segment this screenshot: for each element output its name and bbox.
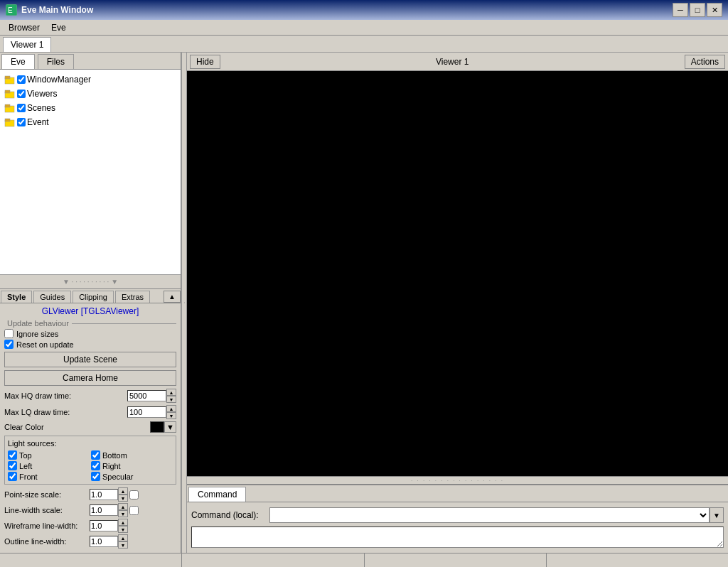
menu-browser[interactable]: Browser — [3, 21, 46, 34]
horizontal-splitter[interactable]: ⋮ — [181, 53, 187, 553]
close-button[interactable]: ✕ — [707, 3, 722, 17]
props-panel: Style Guides Clipping Extras ▲ GLViewer … — [0, 288, 181, 553]
light-specular-label: Specular — [102, 472, 133, 481]
tree-check-event[interactable] — [17, 118, 26, 126]
light-front: Front — [8, 472, 90, 481]
tree-label-viewers: Viewers — [27, 89, 57, 99]
minimize-button[interactable]: ─ — [673, 3, 688, 17]
max-hq-input[interactable] — [127, 390, 166, 401]
props-scroll-up[interactable]: ▲ — [164, 291, 181, 303]
clear-color-swatch[interactable] — [150, 421, 164, 433]
max-hq-up[interactable]: ▲ — [166, 389, 176, 396]
left-tab-bar: Eve Files — [0, 53, 181, 70]
tab-extras[interactable]: Extras — [115, 291, 150, 303]
svg-rect-5 — [5, 90, 10, 93]
tab-files[interactable]: Files — [38, 54, 74, 69]
camera-home-row: Camera Home — [4, 370, 176, 386]
light-sources-group: Light sources: Top Bottom — [4, 436, 176, 485]
window-controls: ─ □ ✕ — [673, 3, 722, 17]
max-hq-label: Max HQ draw time: — [4, 392, 127, 400]
point-size-check[interactable] — [129, 490, 139, 500]
tab-command[interactable]: Command — [188, 487, 246, 502]
light-right-label: Right — [102, 462, 121, 470]
max-lq-up[interactable]: ▲ — [166, 405, 176, 412]
wireframe-row: Wireframe line-width: ▲ ▼ — [4, 519, 176, 533]
splitter-dots: · · · · · · · · · · · · · · · · — [411, 477, 504, 484]
wireframe-up[interactable]: ▲ — [118, 519, 128, 526]
left-panel: Eve Files WindowManager — [0, 53, 181, 553]
max-lq-input[interactable] — [127, 406, 166, 418]
tree-item-scenes[interactable]: Scenes — [3, 101, 178, 115]
point-size-up[interactable]: ▲ — [118, 487, 128, 495]
light-top-label: Top — [19, 451, 32, 460]
line-width-down[interactable]: ▼ — [118, 510, 128, 517]
tree-area: WindowManager Viewers Scenes — [0, 70, 181, 274]
max-lq-down[interactable]: ▼ — [166, 412, 176, 419]
window-title: Eve Main Window — [21, 5, 673, 15]
ignore-sizes-label: Ignore sizes — [16, 330, 58, 338]
tree-check-scenes[interactable] — [17, 104, 26, 112]
tree-check-windowmanager[interactable] — [17, 75, 26, 84]
light-specular-check[interactable] — [91, 472, 100, 481]
wireframe-label: Wireframe line-width: — [4, 522, 90, 530]
menu-bar: Browser Eve — [0, 20, 728, 36]
clear-color-dropdown[interactable]: ▼ — [164, 421, 176, 433]
reset-on-update-check[interactable] — [4, 340, 14, 349]
app-icon: E — [6, 4, 17, 16]
vertical-splitter[interactable]: · · · · · · · · · · · · · · · · — [187, 476, 728, 485]
point-size-down[interactable]: ▼ — [118, 495, 128, 502]
viewer-link[interactable]: GLViewer [TGLSAViewer] — [4, 306, 176, 316]
outline-up[interactable]: ▲ — [118, 534, 128, 541]
tree-item-windowmanager[interactable]: WindowManager — [3, 72, 178, 87]
main-area: Viewer 1 Eve Files WindowManager — [0, 36, 728, 567]
max-hq-down[interactable]: ▼ — [166, 396, 176, 403]
line-width-check[interactable] — [129, 506, 139, 515]
camera-home-button[interactable]: Camera Home — [4, 370, 176, 386]
command-local-dropdown[interactable] — [269, 507, 710, 523]
tab-style[interactable]: Style — [1, 291, 32, 303]
command-dropdown-arrow[interactable]: ▼ — [710, 507, 724, 523]
light-front-check[interactable] — [8, 472, 17, 481]
viewer-canvas — [187, 71, 728, 476]
update-scene-button[interactable]: Update Scene — [4, 352, 176, 367]
tab-guides[interactable]: Guides — [33, 291, 71, 303]
props-tab-bar: Style Guides Clipping Extras ▲ — [0, 289, 181, 303]
light-grid: Top Bottom Left — [8, 450, 173, 481]
tree-check-viewers[interactable] — [17, 90, 26, 98]
menu-eve[interactable]: Eve — [46, 21, 72, 34]
light-bottom: Bottom — [91, 450, 173, 460]
update-behaviour-row: Update behaviour — [4, 319, 176, 328]
restore-button[interactable]: □ — [690, 3, 705, 17]
props-content: GLViewer [TGLSAViewer] Update behaviour … — [0, 303, 181, 553]
ignore-sizes-check[interactable] — [4, 329, 14, 338]
hide-button[interactable]: Hide — [190, 55, 220, 69]
command-local-row: Command (local): ▼ — [191, 507, 724, 523]
outline-input[interactable] — [90, 536, 118, 547]
tree-label-event: Event — [27, 117, 49, 127]
tab-eve[interactable]: Eve — [1, 54, 35, 69]
max-lq-label: Max LQ draw time: — [4, 408, 127, 416]
light-right: Right — [91, 461, 173, 470]
wireframe-input[interactable] — [90, 520, 118, 531]
light-left-check[interactable] — [8, 461, 17, 470]
command-input[interactable] — [191, 526, 724, 548]
outline-down[interactable]: ▼ — [118, 541, 128, 549]
light-top-check[interactable] — [8, 450, 17, 460]
max-hq-row: Max HQ draw time: ▲ ▼ — [4, 389, 176, 403]
point-size-input[interactable] — [90, 489, 118, 500]
line-width-up[interactable]: ▲ — [118, 503, 128, 510]
command-content: Command (local): ▼ — [187, 502, 728, 553]
viewer1-tab[interactable]: Viewer 1 — [3, 37, 51, 52]
reset-on-update-label: Reset on update — [16, 340, 74, 349]
tab-clipping[interactable]: Clipping — [73, 291, 114, 303]
light-left: Left — [8, 461, 90, 470]
wireframe-down[interactable]: ▼ — [118, 526, 128, 533]
line-width-row: Line-width scale: ▲ ▼ — [4, 503, 176, 517]
tree-label-windowmanager: WindowManager — [27, 75, 91, 85]
line-width-input[interactable] — [90, 504, 118, 516]
tree-item-event[interactable]: Event — [3, 115, 178, 129]
light-bottom-check[interactable] — [91, 450, 100, 460]
actions-button[interactable]: Actions — [685, 55, 725, 69]
tree-item-viewers[interactable]: Viewers — [3, 87, 178, 101]
light-right-check[interactable] — [91, 461, 100, 470]
